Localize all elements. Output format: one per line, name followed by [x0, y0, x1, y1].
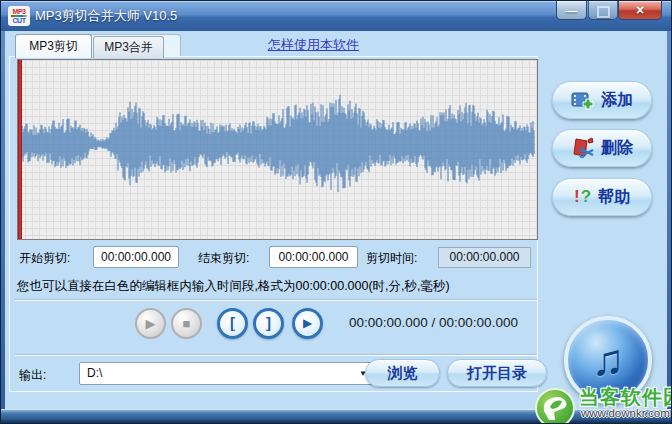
play-button[interactable]: ▶	[135, 308, 166, 339]
maximize-icon	[597, 6, 610, 18]
close-icon: ×	[619, 2, 661, 18]
close-button[interactable]: ×	[618, 1, 662, 20]
separator	[15, 299, 537, 301]
delete-button-label: 删除	[601, 138, 633, 159]
cut-duration-field: 00:00:00.000	[438, 247, 531, 268]
add-file-icon	[571, 90, 595, 110]
tab-mp3-cut[interactable]: MP3剪切	[15, 34, 92, 58]
app-logo-icon: MP3 CUT	[8, 6, 30, 26]
app-window: MP3 CUT MP3剪切合并大师 V10.5 — × MP3剪切 MP3合并 …	[0, 0, 672, 424]
bracket-open-icon: [	[220, 311, 245, 335]
music-note-icon: ♫	[592, 335, 625, 384]
end-cut-label: 结束剪切:	[198, 250, 249, 267]
delete-button[interactable]: 删除	[552, 129, 652, 167]
window-border-left	[1, 31, 5, 423]
output-label: 输出:	[19, 367, 46, 384]
window-title: MP3剪切合并大师 V10.5	[35, 1, 177, 31]
help-link[interactable]: 怎样使用本软件	[268, 36, 359, 54]
start-cut-label: 开始剪切:	[19, 250, 70, 267]
delete-icon	[571, 137, 595, 159]
time-position-display: 00:00:00.000 / 00:00:00.000	[349, 315, 518, 330]
watermark-url: www.downkr.com	[581, 407, 670, 419]
output-path-select[interactable]: D:\ ▼	[79, 362, 375, 385]
maximize-button[interactable]	[588, 1, 618, 20]
waveform-panel[interactable]	[17, 59, 538, 240]
browse-button[interactable]: 浏览	[365, 359, 440, 387]
waveform	[22, 60, 535, 239]
cut-duration-label: 剪切时间:	[366, 250, 417, 267]
preview-play-icon: ▶	[295, 311, 320, 335]
play-icon: ▶	[137, 310, 164, 337]
stop-button[interactable]: ■	[171, 308, 202, 339]
help-button[interactable]: !? 帮助	[552, 178, 652, 216]
window-border-right	[667, 31, 671, 423]
downkr-logo-icon	[535, 388, 575, 424]
tab-mp3-merge[interactable]: MP3合并	[93, 36, 164, 58]
separator	[15, 354, 537, 356]
help-button-label: 帮助	[598, 187, 630, 208]
start-cut-input[interactable]	[93, 246, 179, 268]
hint-text: 您也可以直接在白色的编辑框内输入时间段,格式为00:00:00.000(时,分,…	[17, 278, 450, 295]
preview-button[interactable]: ▶	[292, 308, 323, 339]
titlebar: MP3 CUT MP3剪切合并大师 V10.5 — ×	[1, 1, 671, 31]
stop-icon: ■	[173, 310, 200, 337]
bracket-close-icon: ]	[256, 311, 281, 335]
minimize-icon: —	[557, 7, 586, 16]
minimize-button[interactable]: —	[556, 1, 587, 20]
end-cut-input[interactable]	[269, 246, 358, 268]
mark-start-button[interactable]: [	[217, 308, 248, 339]
help-icon: !?	[574, 187, 592, 207]
watermark: 当客软件园 www.downkr.com	[531, 382, 672, 424]
add-button-label: 添加	[601, 90, 633, 111]
add-button[interactable]: 添加	[552, 81, 652, 119]
output-path-value: D:\	[87, 366, 102, 380]
mark-end-button[interactable]: ]	[253, 308, 284, 339]
